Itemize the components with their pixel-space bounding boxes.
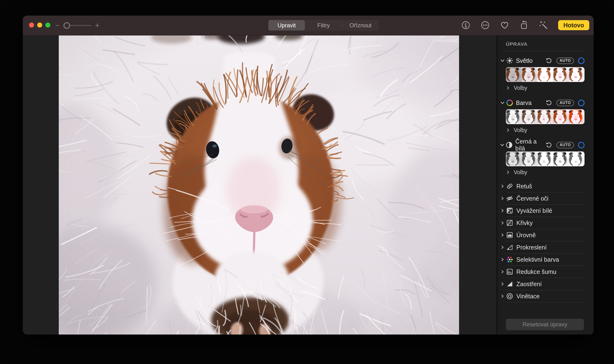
tab-oříznout[interactable]: Oříznout xyxy=(342,20,379,30)
options-disclosure[interactable]: Volby xyxy=(506,125,585,136)
chevron-right-icon[interactable] xyxy=(499,245,506,249)
rotate-button[interactable] xyxy=(519,20,529,30)
chevron-right-icon xyxy=(506,86,510,90)
adjustment-thumbnail[interactable] xyxy=(553,67,569,82)
more-button[interactable] xyxy=(480,20,490,30)
segment-divider xyxy=(342,23,342,28)
tab-label: Filtry xyxy=(317,22,330,29)
auto-button[interactable]: AUTO xyxy=(557,142,574,148)
adjustment-thumbnail[interactable] xyxy=(522,109,537,124)
tool-row-červené-oči[interactable]: Červené oči xyxy=(506,192,585,204)
info-icon xyxy=(462,21,470,29)
undo-icon[interactable] xyxy=(545,141,552,149)
adjustment-thumbnail[interactable] xyxy=(506,151,522,166)
tool-row-vinětace[interactable]: Vinětace xyxy=(506,290,585,302)
chevron-right-icon[interactable] xyxy=(499,257,506,262)
adjustment-thumbnail[interactable] xyxy=(522,67,537,82)
section-header[interactable]: Barva AUTO xyxy=(499,97,585,109)
tool-row-zaostření[interactable]: Zaostření xyxy=(506,278,585,290)
options-disclosure[interactable]: Volby xyxy=(506,82,585,93)
auto-button[interactable]: AUTO xyxy=(557,100,574,106)
tool-label: Retuš xyxy=(516,183,532,190)
options-disclosure[interactable]: Volby xyxy=(506,167,585,178)
adjustment-thumbnail[interactable] xyxy=(506,109,522,124)
zoom-slider-track[interactable] xyxy=(63,25,91,26)
tab-label: Oříznout xyxy=(349,22,371,29)
definition-icon xyxy=(506,244,514,251)
tool-label: Prokreslení xyxy=(516,244,546,251)
chevron-right-icon[interactable] xyxy=(499,233,506,237)
section-header[interactable]: Světlo AUTO xyxy=(499,55,585,67)
adjustment-enabled-indicator[interactable] xyxy=(578,57,585,64)
minimize-button[interactable] xyxy=(37,23,42,27)
adjustment-thumbnail[interactable] xyxy=(506,67,522,82)
tab-filtry[interactable]: Filtry xyxy=(305,20,342,30)
section-label: Černá a bílá xyxy=(515,138,545,152)
close-button[interactable] xyxy=(29,23,34,27)
adjustment-thumbnail[interactable] xyxy=(569,67,585,82)
titlebar: − + UpravitFiltryOříznout Hotovo xyxy=(23,16,594,36)
strip-indicator[interactable] xyxy=(545,151,546,166)
levels-icon xyxy=(506,231,514,239)
chevron-right-icon[interactable] xyxy=(499,184,506,188)
chevron-down-icon[interactable] xyxy=(499,100,506,105)
tool-row-vyvážení-bílé[interactable]: WB Vyvážení bílé xyxy=(506,205,585,217)
chevron-right-icon[interactable] xyxy=(499,208,506,213)
adjustment-thumbnail[interactable] xyxy=(553,151,569,166)
photos-app-window: − + UpravitFiltryOříznout Hotovo ÚPRAVA … xyxy=(23,16,594,335)
adjustment-thumbnail[interactable] xyxy=(569,109,585,124)
chevron-right-icon[interactable] xyxy=(499,294,506,298)
zoom-button[interactable] xyxy=(45,23,50,27)
strip-indicator[interactable] xyxy=(545,109,546,124)
adjustment-enabled-indicator[interactable] xyxy=(578,100,585,106)
adjustment-section-barva: Barva AUTO Volby xyxy=(506,97,585,136)
tool-row-křivky[interactable]: Křivky xyxy=(506,217,585,229)
zoom-slider-knob[interactable] xyxy=(64,22,70,29)
chevron-right-icon xyxy=(506,128,510,132)
tool-row-úrovně[interactable]: Úrovně xyxy=(506,229,585,241)
tool-row-selektivní-barva[interactable]: Selektivní barva xyxy=(506,254,585,265)
adjustment-thumbnail[interactable] xyxy=(553,109,569,124)
favorite-button[interactable] xyxy=(500,20,509,30)
vignette-icon xyxy=(506,292,514,300)
tool-row-retuš[interactable]: Retuš xyxy=(506,180,585,192)
auto-button[interactable]: AUTO xyxy=(557,57,574,64)
done-button[interactable]: Hotovo xyxy=(558,20,589,30)
chevron-right-icon[interactable] xyxy=(499,282,506,286)
toolbar-actions: Hotovo xyxy=(461,19,589,31)
adjustment-section-světlo: Světlo AUTO Volby xyxy=(506,55,585,93)
info-button[interactable] xyxy=(461,20,471,30)
photo-preview[interactable] xyxy=(59,36,459,335)
auto-enhance-button[interactable] xyxy=(539,20,548,30)
tool-row-redukce-šumu[interactable]: Redukce šumu xyxy=(506,266,585,278)
undo-icon[interactable] xyxy=(545,57,552,64)
tool-label: Křivky xyxy=(516,220,533,226)
reset-adjustments-button[interactable]: Resetovat úpravy xyxy=(506,319,584,330)
chevron-down-icon[interactable] xyxy=(499,58,506,63)
zoom-in-icon[interactable]: + xyxy=(95,21,99,30)
bw-thumbnail-strip[interactable] xyxy=(506,151,585,166)
tool-label: Redukce šumu xyxy=(516,268,557,275)
color-thumbnail-strip[interactable] xyxy=(506,109,585,124)
tab-upravit[interactable]: Upravit xyxy=(268,20,305,30)
section-header[interactable]: Černá a bílá AUTO xyxy=(499,139,585,151)
adjustment-thumbnail[interactable] xyxy=(522,151,537,166)
bandage-icon xyxy=(506,182,514,190)
tool-label: Červené oči xyxy=(516,195,548,202)
undo-icon[interactable] xyxy=(545,99,552,106)
chevron-right-icon[interactable] xyxy=(499,270,506,274)
zoom-out-icon[interactable]: − xyxy=(55,21,60,30)
chevron-right-icon[interactable] xyxy=(499,196,506,201)
light-thumbnail-strip[interactable] xyxy=(506,67,585,82)
section-label: Světlo xyxy=(516,57,532,64)
options-label: Volby xyxy=(514,85,527,91)
strip-indicator[interactable] xyxy=(545,67,546,82)
adjustment-thumbnail[interactable] xyxy=(569,151,585,166)
adjustment-enabled-indicator[interactable] xyxy=(578,142,585,148)
chevron-right-icon[interactable] xyxy=(499,221,506,225)
heart-icon xyxy=(500,21,509,29)
chevron-down-icon[interactable] xyxy=(499,143,505,147)
sun-icon xyxy=(506,57,514,65)
tool-row-prokreslení[interactable]: Prokreslení xyxy=(506,241,585,253)
editor-canvas: ÚPRAVA Světlo AUTO Volby Barva xyxy=(23,36,594,335)
